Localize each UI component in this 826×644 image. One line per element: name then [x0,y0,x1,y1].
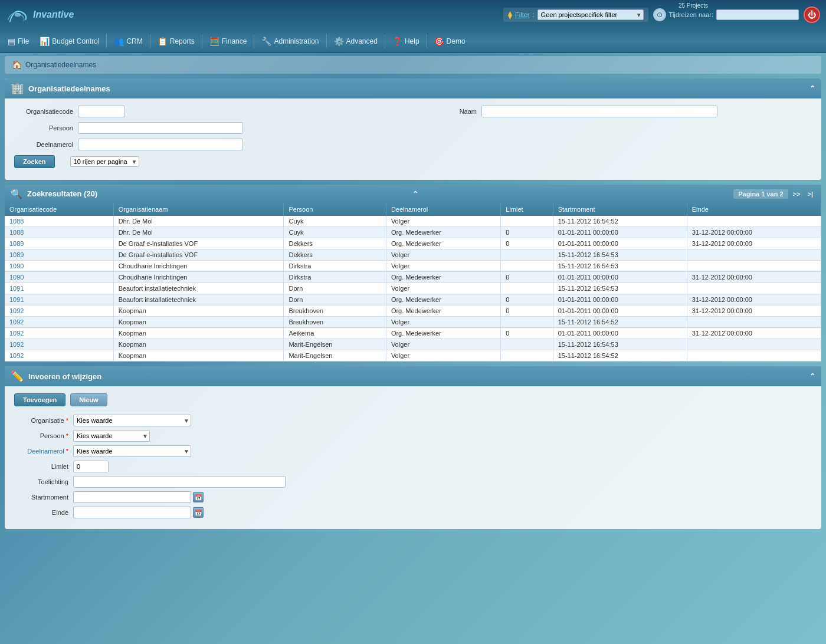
edit-collapse-btn[interactable]: ⌃ [809,372,815,380]
org-naam-cell: Dhr. De Mol [119,218,153,225]
results-header-row: Organisatiecode Organisatienaam Persoon … [5,203,821,216]
persoon-cell: Dekkers [289,240,312,247]
reports-icon: 📋 [158,37,168,46]
table-row[interactable]: 1091Beaufort installatietechniekDornOrg.… [5,294,821,305]
einde-calendar-icon[interactable]: 📅 [193,507,204,518]
table-row[interactable]: 1092KoopmanBreukhovenOrg. Medewerker001-… [5,305,821,317]
org-code-link[interactable]: 1092 [9,341,24,348]
table-row[interactable]: 1092KoopmanBreukhovenVolger15-11-2012 16… [5,317,821,328]
time-input[interactable] [716,9,799,20]
edit-persoon-select[interactable]: Kies waarde [73,430,150,442]
table-row[interactable]: 1091Beaufort installatietechniekDornVolg… [5,283,821,294]
filter-select[interactable]: Geen projectspecifiek filter [537,9,644,20]
edit-limiet-input[interactable] [73,461,109,472]
home-icon[interactable]: 🏠 [12,60,22,70]
table-row[interactable]: 1092KoopmanMarit-EngelsenVolger15-11-201… [5,339,821,350]
org-code-link[interactable]: 1090 [9,274,24,281]
sidebar-item-reports[interactable]: 📋 Reports [153,34,199,48]
persoon-cell: Dorn [289,285,303,292]
org-code-link[interactable]: 1092 [9,318,24,326]
org-code-link[interactable]: 1092 [9,330,24,337]
sidebar-item-file[interactable]: ▤ File [3,34,34,48]
sidebar-item-help[interactable]: ❓ Help [388,34,424,48]
einde-cell: 31-12-2012 00:00:00 [692,240,752,247]
edit-panel-icon: ✏️ [11,370,24,383]
last-page-btn[interactable]: >| [805,190,815,198]
table-row[interactable]: 1089De Graaf e-installaties VOFDekkersVo… [5,249,821,261]
edit-deelnamerol-select[interactable]: Kies waarde [73,445,191,457]
persoon-cell: Dirkstra [289,274,311,281]
edit-organisatie-select[interactable]: Kies waarde [73,415,191,426]
startmoment-calendar-icon[interactable]: 📅 [193,492,204,502]
zoeken-button[interactable]: Zoeken [14,155,55,168]
edit-toelichting-row: Toelichting [14,476,812,488]
nieuw-button[interactable]: Nieuw [70,393,107,406]
rol-cell: Volger [391,318,409,326]
org-code-link[interactable]: 1091 [9,285,24,292]
org-code-link[interactable]: 1092 [9,352,24,359]
time-label: Tijdreizen naar: [669,11,713,18]
crm-icon: 👥 [114,37,124,46]
sidebar-item-finance[interactable]: 🧮 Finance [205,34,252,48]
next-page-btn[interactable]: >> [791,190,803,198]
org-code-link[interactable]: 1089 [9,251,24,258]
results-table: Organisatiecode Organisatienaam Persoon … [5,203,821,362]
demo-icon: 🎯 [434,37,444,46]
sidebar-item-advanced[interactable]: ⚙️ Advanced [329,34,382,48]
persoon-field-group: Persoon [14,122,812,134]
org-naam-cell: Koopman [119,330,146,337]
organisatiecode-input[interactable] [78,106,125,117]
power-button[interactable]: ⏻ [804,6,820,23]
org-code-link[interactable]: 1092 [9,307,24,314]
results-table-body: 1088Dhr. De MolCuykVolger15-11-2012 16:5… [5,216,821,362]
org-code-link[interactable]: 1088 [9,218,24,225]
edit-startmoment-input[interactable] [73,491,191,503]
org-code-link[interactable]: 1088 [9,229,24,236]
rows-per-page-select[interactable]: 10 rijen per pagina 20 rijen per pagina … [70,156,139,167]
table-row[interactable]: 1092KoopmanMarit-EngelsenVolger15-11-201… [5,350,821,362]
org-naam-cell: De Graaf e-installaties VOF [119,240,198,247]
einde-cell: 31-12-2012 00:00:00 [692,307,752,314]
sidebar-item-budget[interactable]: 📊 Budget Control [35,34,104,48]
edit-organisatie-required: * [66,417,68,424]
persoon-input[interactable] [78,122,243,134]
toevoegen-button[interactable]: Toevoegen [14,393,65,406]
org-naam-cell: Choudharie Inrichtingen [119,274,188,281]
edit-einde-input[interactable] [73,507,191,518]
administration-icon: 🔧 [261,37,271,46]
table-row[interactable]: 1088Dhr. De MolCuykOrg. Medewerker001-01… [5,227,821,238]
search-panel-title: Organisatiedeelnames [28,84,110,93]
results-title: Zoekresultaten (20) [27,189,97,198]
limiet-cell: 0 [506,229,509,236]
edit-toelichting-input[interactable] [73,476,286,488]
filter-icon: ⧫ [508,10,512,19]
table-row[interactable]: 1088Dhr. De MolCuykVolger15-11-2012 16:5… [5,216,821,227]
filter-link[interactable]: Filter [515,11,529,18]
naam-input[interactable] [481,106,717,117]
rows-per-page-inner: 10 rijen per pagina 20 rijen per pagina … [70,156,139,167]
sidebar-item-crm[interactable]: 👥 CRM [109,34,147,48]
rol-cell: Volger [391,251,409,258]
results-collapse-btn[interactable]: ⌃ [412,190,418,198]
rol-cell: Volger [391,262,409,270]
sidebar-item-administration[interactable]: 🔧 Administration [257,34,323,48]
search-collapse-btn[interactable]: ⌃ [809,84,815,93]
table-row[interactable]: 1090Choudharie InrichtingenDirkstraOrg. … [5,272,821,283]
edit-deelnamerol-link[interactable]: Deelnamerol [27,448,64,455]
time-icon: ⊙ [653,8,666,21]
org-code-link[interactable]: 1089 [9,240,24,247]
org-code-link[interactable]: 1091 [9,296,24,303]
results-panel: 🔍 Zoekresultaten (20) ⌃ Pagina 1 van 2 >… [5,185,821,362]
edit-einde-row: Einde 📅 [14,507,812,518]
edit-limiet-row: Limiet [14,461,812,472]
persoon-cell: Marit-Engelsen [289,352,332,359]
edit-persoon-label: Persoon * [14,432,73,439]
table-row[interactable]: 1092KoopmanAeikemaOrg. Medewerker001-01-… [5,328,821,339]
deelnamerol-input[interactable] [78,139,243,150]
org-naam-cell: Choudharie Inrichtingen [119,262,188,270]
table-row[interactable]: 1089De Graaf e-installaties VOFDekkersOr… [5,238,821,249]
table-row[interactable]: 1090Choudharie InrichtingenDirkstraVolge… [5,261,821,272]
sidebar-item-demo[interactable]: 🎯 Demo [430,34,470,48]
start-cell: 01-01-2011 00:00:00 [558,229,618,236]
org-code-link[interactable]: 1090 [9,262,24,270]
